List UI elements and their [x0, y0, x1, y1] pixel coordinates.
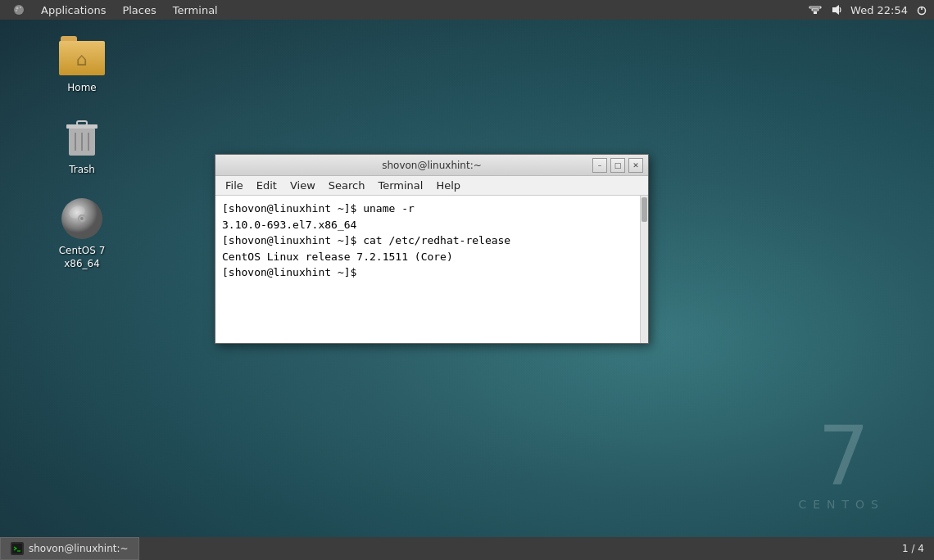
- svg-marker-7: [832, 5, 839, 15]
- clock-display: Wed 22:54: [850, 4, 908, 16]
- close-button[interactable]: ✕: [628, 158, 643, 173]
- taskbar-terminal-item[interactable]: shovon@linuxhint:~: [0, 537, 139, 560]
- terminal-menu-search[interactable]: Search: [322, 178, 372, 193]
- svg-rect-15: [77, 121, 87, 125]
- menubar-places[interactable]: Places: [114, 0, 164, 20]
- svg-point-19: [80, 217, 84, 220]
- terminal-menu-edit[interactable]: Edit: [250, 178, 283, 193]
- disc-svg: [61, 197, 103, 240]
- menubar-terminal[interactable]: Terminal: [165, 0, 226, 20]
- taskbar-terminal-icon: [11, 542, 24, 555]
- trash-icon[interactable]: Trash: [49, 115, 115, 177]
- terminal-content[interactable]: [shovon@linuxhint ~]$ uname -r 3.10.0-69…: [215, 196, 648, 343]
- terminal-line-5: [shovon@linuxhint ~]$: [222, 264, 642, 281]
- terminal-scrollbar[interactable]: [640, 196, 648, 343]
- home-symbol: ⌂: [76, 49, 88, 70]
- terminal-line-1: [shovon@linuxhint ~]$ uname -r: [222, 201, 642, 217]
- trash-icon-image: [59, 115, 105, 160]
- taskbar-pager: 1 / 4: [892, 543, 934, 554]
- centos-icon-label: CentOS 7 x86_64: [49, 245, 115, 270]
- centos-icon[interactable]: CentOS 7 x86_64: [49, 196, 115, 270]
- taskbar-terminal-label: shovon@linuxhint:~: [29, 543, 129, 554]
- terminal-window[interactable]: shovon@linuxhint:~ – □ ✕ File Edit View …: [215, 154, 649, 344]
- menubar: Applications Places Terminal Wed 22:54: [0, 0, 934, 20]
- terminal-title: shovon@linuxhint:~: [382, 160, 482, 171]
- terminal-line-3: [shovon@linuxhint ~]$ cat /etc/redhat-re…: [222, 233, 642, 249]
- terminal-menu-help[interactable]: Help: [429, 178, 467, 193]
- minimize-button[interactable]: –: [592, 158, 607, 173]
- terminal-menu-terminal[interactable]: Terminal: [371, 178, 429, 193]
- power-icon[interactable]: [914, 2, 929, 17]
- gnome-foot-icon: [13, 4, 25, 16]
- home-icon-image: ⌂: [59, 33, 105, 79]
- home-icon-label: Home: [67, 82, 96, 95]
- terminal-icon-svg: [12, 544, 22, 553]
- menubar-right: Wed 22:54: [808, 2, 929, 17]
- terminal-line-4: CentOS Linux release 7.2.1511 (Core): [222, 249, 642, 265]
- taskbar: shovon@linuxhint:~ 1 / 4: [0, 537, 934, 560]
- network-svg: [809, 3, 822, 16]
- trash-svg: [62, 116, 102, 159]
- terminal-content-wrapper: [shovon@linuxhint ~]$ uname -r 3.10.0-69…: [215, 196, 648, 343]
- svg-rect-5: [812, 9, 818, 11]
- terminal-controls: – □ ✕: [592, 155, 643, 176]
- volume-svg: [830, 3, 843, 16]
- home-icon[interactable]: ⌂ Home: [49, 33, 115, 95]
- menubar-left: Applications Places Terminal: [5, 0, 226, 20]
- scrollbar-thumb[interactable]: [642, 197, 647, 222]
- terminal-menubar: File Edit View Search Terminal Help: [215, 176, 648, 196]
- terminal-line-2: 3.10.0-693.el7.x86_64: [222, 217, 642, 233]
- centos-text: CENTOS: [798, 498, 885, 511]
- folder-graphic: ⌂: [59, 36, 105, 75]
- power-svg: [915, 3, 928, 16]
- maximize-button[interactable]: □: [610, 158, 625, 173]
- svg-point-0: [14, 5, 24, 15]
- volume-icon[interactable]: [829, 2, 844, 17]
- svg-point-2: [20, 7, 21, 8]
- terminal-menu-view[interactable]: View: [283, 178, 322, 193]
- centos-icon-image: [59, 196, 105, 242]
- folder-body: ⌂: [59, 41, 105, 75]
- centos-watermark: 7 CENTOS: [798, 416, 885, 511]
- terminal-menu-file[interactable]: File: [219, 178, 250, 193]
- svg-point-3: [16, 10, 17, 11]
- terminal-titlebar: shovon@linuxhint:~ – □ ✕: [215, 155, 648, 176]
- svg-rect-6: [809, 7, 821, 8]
- svg-point-1: [16, 7, 19, 10]
- menubar-applications[interactable]: Applications: [33, 0, 114, 20]
- trash-icon-label: Trash: [69, 164, 95, 177]
- network-icon[interactable]: [808, 2, 823, 17]
- centos-7-number: 7: [798, 416, 885, 498]
- app-menu-icon-item[interactable]: [5, 0, 33, 20]
- desktop: Applications Places Terminal Wed 22:54: [0, 0, 934, 560]
- desktop-icons-container: ⌂ Home: [49, 33, 115, 270]
- svg-rect-4: [814, 11, 817, 14]
